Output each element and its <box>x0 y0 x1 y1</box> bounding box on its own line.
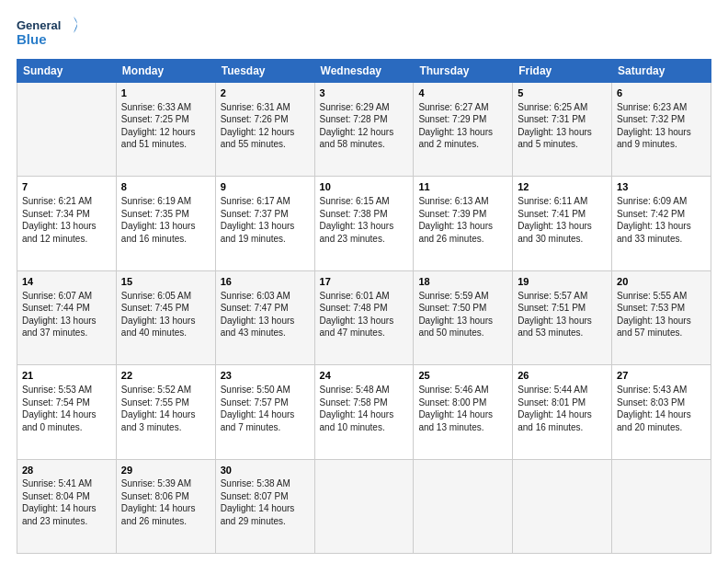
weekday-header-sunday: Sunday <box>17 60 117 83</box>
day-cell: 23Sunrise: 5:50 AM Sunset: 7:57 PM Dayli… <box>215 365 314 459</box>
week-row-2: 7Sunrise: 6:21 AM Sunset: 7:34 PM Daylig… <box>17 177 711 270</box>
day-number: 5 <box>518 86 607 100</box>
day-number: 20 <box>617 275 706 289</box>
day-number: 21 <box>22 369 111 383</box>
day-cell: 8Sunrise: 6:19 AM Sunset: 7:35 PM Daylig… <box>116 177 215 270</box>
day-number: 22 <box>121 369 210 383</box>
day-cell: 22Sunrise: 5:52 AM Sunset: 7:55 PM Dayli… <box>116 365 215 459</box>
weekday-header-friday: Friday <box>513 60 612 83</box>
day-cell <box>612 459 711 553</box>
day-info: Sunrise: 5:48 AM Sunset: 7:58 PM Dayligh… <box>320 384 409 433</box>
day-cell: 14Sunrise: 6:07 AM Sunset: 7:44 PM Dayli… <box>17 270 117 364</box>
weekday-row: SundayMondayTuesdayWednesdayThursdayFrid… <box>17 60 711 83</box>
day-info: Sunrise: 5:59 AM Sunset: 7:50 PM Dayligh… <box>418 290 507 339</box>
svg-text:Blue: Blue <box>17 31 47 47</box>
logo: General Blue <box>17 15 81 52</box>
day-info: Sunrise: 6:01 AM Sunset: 7:48 PM Dayligh… <box>320 290 409 339</box>
day-info: Sunrise: 6:15 AM Sunset: 7:38 PM Dayligh… <box>320 195 409 245</box>
day-number: 23 <box>221 369 310 383</box>
day-info: Sunrise: 6:11 AM Sunset: 7:41 PM Dayligh… <box>518 195 607 245</box>
day-info: Sunrise: 5:46 AM Sunset: 8:00 PM Dayligh… <box>418 384 507 433</box>
day-cell: 18Sunrise: 5:59 AM Sunset: 7:50 PM Dayli… <box>414 270 513 364</box>
day-number: 7 <box>22 180 111 194</box>
day-cell: 7Sunrise: 6:21 AM Sunset: 7:34 PM Daylig… <box>17 177 117 270</box>
day-cell <box>314 459 414 553</box>
day-cell: 30Sunrise: 5:38 AM Sunset: 8:07 PM Dayli… <box>215 459 314 553</box>
day-info: Sunrise: 6:27 AM Sunset: 7:29 PM Dayligh… <box>418 101 507 151</box>
day-cell: 3Sunrise: 6:29 AM Sunset: 7:28 PM Daylig… <box>314 83 414 177</box>
week-row-4: 21Sunrise: 5:53 AM Sunset: 7:54 PM Dayli… <box>17 365 711 459</box>
day-info: Sunrise: 5:55 AM Sunset: 7:53 PM Dayligh… <box>617 290 706 339</box>
weekday-header-wednesday: Wednesday <box>314 60 414 83</box>
day-cell <box>513 459 612 553</box>
day-cell: 12Sunrise: 6:11 AM Sunset: 7:41 PM Dayli… <box>513 177 612 270</box>
day-cell: 17Sunrise: 6:01 AM Sunset: 7:48 PM Dayli… <box>314 270 414 364</box>
week-row-3: 14Sunrise: 6:07 AM Sunset: 7:44 PM Dayli… <box>17 270 711 364</box>
day-number: 9 <box>221 180 310 194</box>
day-number: 26 <box>518 369 607 383</box>
weekday-header-saturday: Saturday <box>612 60 711 83</box>
day-number: 27 <box>617 369 706 383</box>
day-cell: 10Sunrise: 6:15 AM Sunset: 7:38 PM Dayli… <box>314 177 414 270</box>
day-number: 8 <box>121 180 210 194</box>
week-row-1: 1Sunrise: 6:33 AM Sunset: 7:25 PM Daylig… <box>17 83 711 177</box>
day-number: 30 <box>221 464 310 477</box>
day-info: Sunrise: 6:17 AM Sunset: 7:37 PM Dayligh… <box>221 195 310 245</box>
day-cell: 1Sunrise: 6:33 AM Sunset: 7:25 PM Daylig… <box>116 83 215 177</box>
day-cell: 13Sunrise: 6:09 AM Sunset: 7:42 PM Dayli… <box>612 177 711 270</box>
day-cell: 24Sunrise: 5:48 AM Sunset: 7:58 PM Dayli… <box>314 365 414 459</box>
day-number: 6 <box>617 86 706 100</box>
day-info: Sunrise: 6:07 AM Sunset: 7:44 PM Dayligh… <box>22 290 111 339</box>
day-cell: 15Sunrise: 6:05 AM Sunset: 7:45 PM Dayli… <box>116 270 215 364</box>
day-info: Sunrise: 5:44 AM Sunset: 8:01 PM Dayligh… <box>518 384 607 433</box>
svg-text:General: General <box>17 18 61 32</box>
day-number: 2 <box>221 86 310 100</box>
day-info: Sunrise: 6:19 AM Sunset: 7:35 PM Dayligh… <box>121 195 210 245</box>
day-number: 16 <box>221 275 310 289</box>
day-info: Sunrise: 5:41 AM Sunset: 8:04 PM Dayligh… <box>22 477 111 527</box>
day-number: 28 <box>22 464 111 477</box>
day-info: Sunrise: 5:50 AM Sunset: 7:57 PM Dayligh… <box>221 384 310 433</box>
day-info: Sunrise: 6:23 AM Sunset: 7:32 PM Dayligh… <box>617 101 706 151</box>
logo-svg: General Blue <box>17 15 81 52</box>
day-cell: 21Sunrise: 5:53 AM Sunset: 7:54 PM Dayli… <box>17 365 117 459</box>
day-info: Sunrise: 6:13 AM Sunset: 7:39 PM Dayligh… <box>418 195 507 245</box>
header: General Blue <box>17 15 711 52</box>
day-cell <box>17 83 117 177</box>
day-cell: 19Sunrise: 5:57 AM Sunset: 7:51 PM Dayli… <box>513 270 612 364</box>
day-number: 1 <box>121 86 210 100</box>
day-info: Sunrise: 6:09 AM Sunset: 7:42 PM Dayligh… <box>617 195 706 245</box>
day-cell: 25Sunrise: 5:46 AM Sunset: 8:00 PM Dayli… <box>414 365 513 459</box>
day-cell: 26Sunrise: 5:44 AM Sunset: 8:01 PM Dayli… <box>513 365 612 459</box>
day-number: 19 <box>518 275 607 289</box>
day-cell: 5Sunrise: 6:25 AM Sunset: 7:31 PM Daylig… <box>513 83 612 177</box>
day-cell: 2Sunrise: 6:31 AM Sunset: 7:26 PM Daylig… <box>215 83 314 177</box>
day-number: 24 <box>320 369 409 383</box>
day-number: 18 <box>418 275 507 289</box>
day-number: 3 <box>320 86 409 100</box>
day-number: 14 <box>22 275 111 289</box>
day-cell: 27Sunrise: 5:43 AM Sunset: 8:03 PM Dayli… <box>612 365 711 459</box>
day-info: Sunrise: 6:05 AM Sunset: 7:45 PM Dayligh… <box>121 290 210 339</box>
day-number: 11 <box>418 180 507 194</box>
day-number: 15 <box>121 275 210 289</box>
day-info: Sunrise: 6:03 AM Sunset: 7:47 PM Dayligh… <box>221 290 310 339</box>
day-cell: 4Sunrise: 6:27 AM Sunset: 7:29 PM Daylig… <box>414 83 513 177</box>
day-info: Sunrise: 6:21 AM Sunset: 7:34 PM Dayligh… <box>22 195 111 245</box>
day-number: 4 <box>418 86 507 100</box>
day-info: Sunrise: 6:31 AM Sunset: 7:26 PM Dayligh… <box>221 101 310 151</box>
day-number: 13 <box>617 180 706 194</box>
day-info: Sunrise: 5:39 AM Sunset: 8:06 PM Dayligh… <box>121 477 210 527</box>
day-cell: 6Sunrise: 6:23 AM Sunset: 7:32 PM Daylig… <box>612 83 711 177</box>
week-row-5: 28Sunrise: 5:41 AM Sunset: 8:04 PM Dayli… <box>17 459 711 553</box>
day-info: Sunrise: 6:25 AM Sunset: 7:31 PM Dayligh… <box>518 101 607 151</box>
day-cell: 16Sunrise: 6:03 AM Sunset: 7:47 PM Dayli… <box>215 270 314 364</box>
day-cell: 9Sunrise: 6:17 AM Sunset: 7:37 PM Daylig… <box>215 177 314 270</box>
calendar-table: SundayMondayTuesdayWednesdayThursdayFrid… <box>17 59 711 554</box>
weekday-header-tuesday: Tuesday <box>215 60 314 83</box>
day-info: Sunrise: 5:52 AM Sunset: 7:55 PM Dayligh… <box>121 384 210 433</box>
weekday-header-thursday: Thursday <box>414 60 513 83</box>
day-info: Sunrise: 5:57 AM Sunset: 7:51 PM Dayligh… <box>518 290 607 339</box>
day-cell <box>414 459 513 553</box>
day-cell: 20Sunrise: 5:55 AM Sunset: 7:53 PM Dayli… <box>612 270 711 364</box>
